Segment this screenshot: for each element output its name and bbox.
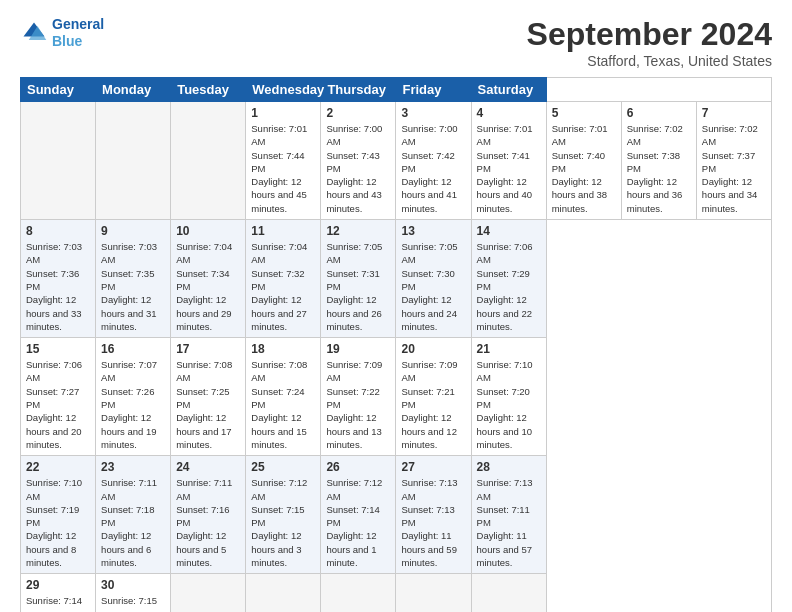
day-header-tuesday: Tuesday — [171, 78, 246, 102]
day-info: Sunrise: 7:12 AMSunset: 7:14 PMDaylight:… — [326, 476, 390, 569]
day-header-saturday: Saturday — [471, 78, 546, 102]
day-info: Sunrise: 7:12 AMSunset: 7:15 PMDaylight:… — [251, 476, 315, 569]
day-number: 29 — [26, 578, 90, 592]
day-header-thursday: Thursday — [321, 78, 396, 102]
day-number: 6 — [627, 106, 691, 120]
calendar-cell: 27Sunrise: 7:13 AMSunset: 7:13 PMDayligh… — [396, 456, 471, 574]
calendar-cell: 12Sunrise: 7:05 AMSunset: 7:31 PMDayligh… — [321, 220, 396, 338]
day-number: 9 — [101, 224, 165, 238]
day-info: Sunrise: 7:10 AMSunset: 7:20 PMDaylight:… — [477, 358, 541, 451]
calendar-cell: 18Sunrise: 7:08 AMSunset: 7:24 PMDayligh… — [246, 338, 321, 456]
day-info: Sunrise: 7:11 AMSunset: 7:18 PMDaylight:… — [101, 476, 165, 569]
calendar-cell: 23Sunrise: 7:11 AMSunset: 7:18 PMDayligh… — [96, 456, 171, 574]
day-number: 23 — [101, 460, 165, 474]
calendar-cell: 25Sunrise: 7:12 AMSunset: 7:15 PMDayligh… — [246, 456, 321, 574]
day-number: 12 — [326, 224, 390, 238]
calendar-header-row: SundayMondayTuesdayWednesdayThursdayFrid… — [21, 78, 772, 102]
calendar-cell: 30Sunrise: 7:15 AMSunset: 7:09 PMDayligh… — [96, 574, 171, 612]
logo-line2: Blue — [52, 33, 82, 49]
day-info: Sunrise: 7:14 AMSunset: 7:10 PMDaylight:… — [26, 594, 90, 612]
calendar-cell: 9Sunrise: 7:03 AMSunset: 7:35 PMDaylight… — [96, 220, 171, 338]
calendar-cell: 24Sunrise: 7:11 AMSunset: 7:16 PMDayligh… — [171, 456, 246, 574]
day-info: Sunrise: 7:01 AMSunset: 7:44 PMDaylight:… — [251, 122, 315, 215]
calendar-cell: 10Sunrise: 7:04 AMSunset: 7:34 PMDayligh… — [171, 220, 246, 338]
calendar-cell: 8Sunrise: 7:03 AMSunset: 7:36 PMDaylight… — [21, 220, 96, 338]
calendar-cell — [246, 574, 321, 612]
day-number: 13 — [401, 224, 465, 238]
day-info: Sunrise: 7:01 AMSunset: 7:40 PMDaylight:… — [552, 122, 616, 215]
calendar-cell: 2Sunrise: 7:00 AMSunset: 7:43 PMDaylight… — [321, 102, 396, 220]
calendar-cell: 6Sunrise: 7:02 AMSunset: 7:38 PMDaylight… — [621, 102, 696, 220]
calendar-cell: 21Sunrise: 7:10 AMSunset: 7:20 PMDayligh… — [471, 338, 546, 456]
calendar-cell: 1Sunrise: 7:01 AMSunset: 7:44 PMDaylight… — [246, 102, 321, 220]
logo-icon — [20, 19, 48, 47]
day-number: 19 — [326, 342, 390, 356]
day-number: 11 — [251, 224, 315, 238]
calendar-week-4: 22Sunrise: 7:10 AMSunset: 7:19 PMDayligh… — [21, 456, 772, 574]
month-title: September 2024 — [527, 16, 772, 53]
day-info: Sunrise: 7:02 AMSunset: 7:37 PMDaylight:… — [702, 122, 766, 215]
day-number: 22 — [26, 460, 90, 474]
calendar-cell: 5Sunrise: 7:01 AMSunset: 7:40 PMDaylight… — [546, 102, 621, 220]
calendar-week-3: 15Sunrise: 7:06 AMSunset: 7:27 PMDayligh… — [21, 338, 772, 456]
calendar-cell — [171, 574, 246, 612]
day-info: Sunrise: 7:13 AMSunset: 7:13 PMDaylight:… — [401, 476, 465, 569]
calendar-cell — [396, 574, 471, 612]
logo: General Blue — [20, 16, 104, 50]
header: General Blue September 2024 Stafford, Te… — [20, 16, 772, 69]
day-header-wednesday: Wednesday — [246, 78, 321, 102]
day-info: Sunrise: 7:09 AMSunset: 7:22 PMDaylight:… — [326, 358, 390, 451]
calendar-cell: 20Sunrise: 7:09 AMSunset: 7:21 PMDayligh… — [396, 338, 471, 456]
calendar-cell: 19Sunrise: 7:09 AMSunset: 7:22 PMDayligh… — [321, 338, 396, 456]
day-number: 21 — [477, 342, 541, 356]
calendar-cell: 14Sunrise: 7:06 AMSunset: 7:29 PMDayligh… — [471, 220, 546, 338]
day-info: Sunrise: 7:04 AMSunset: 7:34 PMDaylight:… — [176, 240, 240, 333]
day-info: Sunrise: 7:01 AMSunset: 7:41 PMDaylight:… — [477, 122, 541, 215]
day-number: 16 — [101, 342, 165, 356]
day-number: 20 — [401, 342, 465, 356]
day-number: 2 — [326, 106, 390, 120]
calendar-week-2: 8Sunrise: 7:03 AMSunset: 7:36 PMDaylight… — [21, 220, 772, 338]
day-number: 18 — [251, 342, 315, 356]
day-number: 26 — [326, 460, 390, 474]
day-header-sunday: Sunday — [21, 78, 96, 102]
calendar-cell: 22Sunrise: 7:10 AMSunset: 7:19 PMDayligh… — [21, 456, 96, 574]
day-number: 28 — [477, 460, 541, 474]
day-info: Sunrise: 7:05 AMSunset: 7:31 PMDaylight:… — [326, 240, 390, 333]
calendar-cell — [96, 102, 171, 220]
day-number: 8 — [26, 224, 90, 238]
day-number: 15 — [26, 342, 90, 356]
page: General Blue September 2024 Stafford, Te… — [0, 0, 792, 612]
day-number: 5 — [552, 106, 616, 120]
location: Stafford, Texas, United States — [527, 53, 772, 69]
day-number: 27 — [401, 460, 465, 474]
day-info: Sunrise: 7:06 AMSunset: 7:27 PMDaylight:… — [26, 358, 90, 451]
day-info: Sunrise: 7:15 AMSunset: 7:09 PMDaylight:… — [101, 594, 165, 612]
day-info: Sunrise: 7:09 AMSunset: 7:21 PMDaylight:… — [401, 358, 465, 451]
calendar-cell: 17Sunrise: 7:08 AMSunset: 7:25 PMDayligh… — [171, 338, 246, 456]
calendar-body: 1Sunrise: 7:01 AMSunset: 7:44 PMDaylight… — [21, 102, 772, 613]
calendar-cell: 15Sunrise: 7:06 AMSunset: 7:27 PMDayligh… — [21, 338, 96, 456]
logo-line1: General — [52, 16, 104, 32]
day-info: Sunrise: 7:02 AMSunset: 7:38 PMDaylight:… — [627, 122, 691, 215]
day-number: 3 — [401, 106, 465, 120]
calendar-cell: 16Sunrise: 7:07 AMSunset: 7:26 PMDayligh… — [96, 338, 171, 456]
calendar-cell — [21, 102, 96, 220]
day-number: 25 — [251, 460, 315, 474]
day-info: Sunrise: 7:06 AMSunset: 7:29 PMDaylight:… — [477, 240, 541, 333]
calendar-cell: 28Sunrise: 7:13 AMSunset: 7:11 PMDayligh… — [471, 456, 546, 574]
calendar: SundayMondayTuesdayWednesdayThursdayFrid… — [20, 77, 772, 612]
calendar-week-1: 1Sunrise: 7:01 AMSunset: 7:44 PMDaylight… — [21, 102, 772, 220]
calendar-week-5: 29Sunrise: 7:14 AMSunset: 7:10 PMDayligh… — [21, 574, 772, 612]
calendar-cell: 4Sunrise: 7:01 AMSunset: 7:41 PMDaylight… — [471, 102, 546, 220]
day-header-monday: Monday — [96, 78, 171, 102]
calendar-cell — [321, 574, 396, 612]
day-number: 1 — [251, 106, 315, 120]
logo-text: General Blue — [52, 16, 104, 50]
day-info: Sunrise: 7:13 AMSunset: 7:11 PMDaylight:… — [477, 476, 541, 569]
day-info: Sunrise: 7:00 AMSunset: 7:42 PMDaylight:… — [401, 122, 465, 215]
day-info: Sunrise: 7:03 AMSunset: 7:35 PMDaylight:… — [101, 240, 165, 333]
calendar-cell: 3Sunrise: 7:00 AMSunset: 7:42 PMDaylight… — [396, 102, 471, 220]
day-info: Sunrise: 7:07 AMSunset: 7:26 PMDaylight:… — [101, 358, 165, 451]
day-header-friday: Friday — [396, 78, 471, 102]
